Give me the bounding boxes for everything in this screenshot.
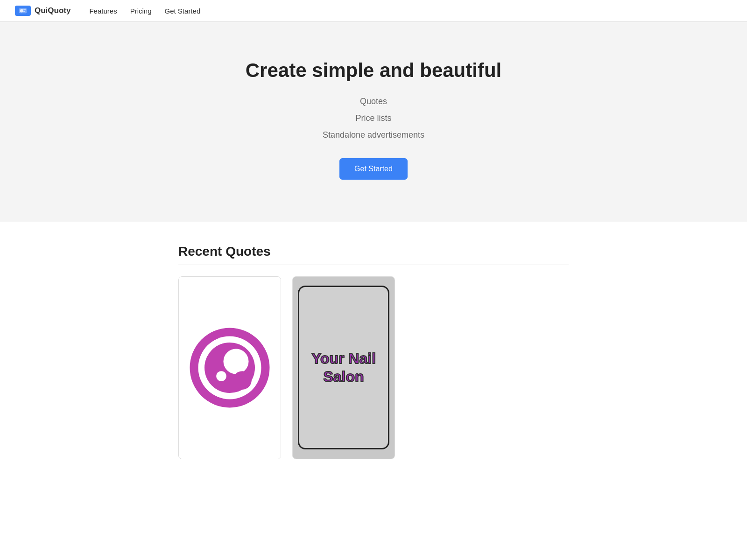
logo-icon xyxy=(15,6,31,16)
limnr-card-body: Limnr AI AI Photoshoots Generate high qu… xyxy=(179,459,281,459)
svg-point-9 xyxy=(216,371,226,381)
hero-section: Create simple and beautiful Quotes Price… xyxy=(0,22,747,222)
hero-subtitle-3: Standalone advertisements xyxy=(15,126,732,143)
quote-card-limnr: Limnr AI AI Photoshoots Generate high qu… xyxy=(178,276,281,459)
logo-svg xyxy=(19,7,27,15)
svg-point-8 xyxy=(233,371,252,390)
nav-pricing[interactable]: Pricing xyxy=(130,7,152,15)
hero-cta-wrapper: Get Started xyxy=(15,158,732,180)
logo-text: QuiQuoty xyxy=(35,6,70,15)
nav-get-started[interactable]: Get Started xyxy=(165,7,201,15)
recent-section: Recent Quotes xyxy=(163,244,584,459)
hero-heading: Create simple and beautiful xyxy=(15,59,732,82)
limnr-card-image xyxy=(179,277,281,459)
logo-link[interactable]: QuiQuoty xyxy=(15,6,70,16)
nav-links: Features Pricing Get Started xyxy=(89,7,200,15)
quotes-grid: Limnr AI AI Photoshoots Generate high qu… xyxy=(178,276,569,459)
hero-subtitles: Quotes Price lists Standalone advertisem… xyxy=(15,93,732,143)
svg-rect-3 xyxy=(23,11,25,12)
svg-point-7 xyxy=(224,349,249,374)
navbar: QuiQuoty Features Pricing Get Started xyxy=(0,0,747,22)
nail-salon-card-body: Our Price List Visit us here at this add… xyxy=(293,459,395,459)
hero-subtitle-2: Price lists xyxy=(15,110,732,126)
recent-section-title: Recent Quotes xyxy=(178,244,569,265)
nav-features[interactable]: Features xyxy=(89,7,117,15)
svg-point-1 xyxy=(20,9,23,12)
limnr-logo-svg xyxy=(188,326,272,410)
nail-salon-card-image: Your NailSalon xyxy=(293,277,395,459)
svg-rect-2 xyxy=(23,9,26,10)
nail-salon-text: Your NailSalon xyxy=(311,350,376,385)
hero-cta-button[interactable]: Get Started xyxy=(339,158,408,180)
nail-salon-inner-box: Your NailSalon xyxy=(298,286,389,449)
hero-subtitle-1: Quotes xyxy=(15,93,732,110)
quote-card-nail-salon: Your NailSalon Our Price List Visit us h… xyxy=(292,276,395,459)
